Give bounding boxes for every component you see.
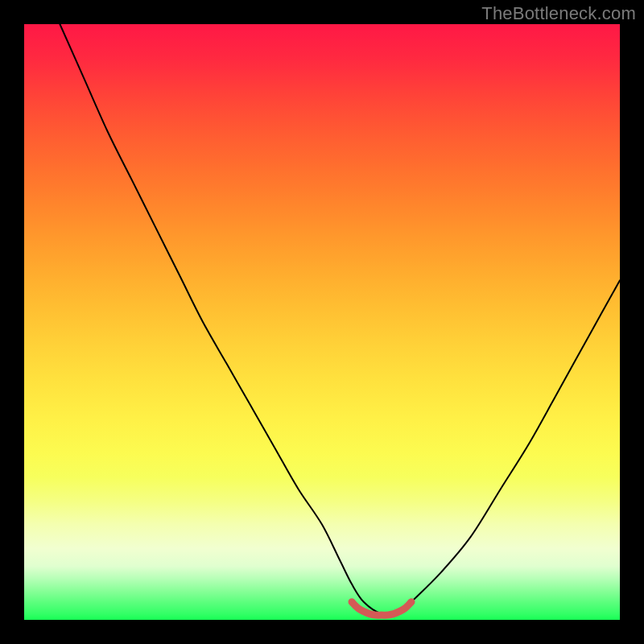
optimal-range-highlight <box>352 602 411 615</box>
chart-frame: TheBottleneck.com <box>0 0 644 644</box>
watermark-text: TheBottleneck.com <box>481 3 636 24</box>
chart-plot <box>24 24 620 620</box>
bottleneck-curve <box>60 24 620 615</box>
